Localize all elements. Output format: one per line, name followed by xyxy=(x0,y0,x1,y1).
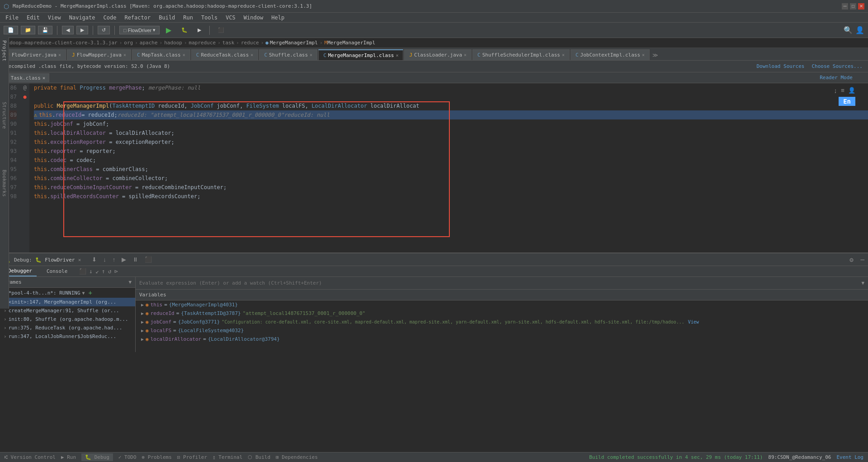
expand-this-icon[interactable]: ▶ xyxy=(141,302,144,307)
debug-thread[interactable]: ▶ *pool-4-th...n*: RUNNING ▼ + xyxy=(0,288,135,298)
expression-input[interactable] xyxy=(139,280,858,286)
pause-button[interactable]: ⏸ xyxy=(131,255,140,264)
resume-button[interactable]: ▶ xyxy=(120,255,128,264)
language-indicator[interactable]: En xyxy=(839,97,855,106)
download-sources-link[interactable]: Download Sources xyxy=(756,63,804,69)
tab-maptask[interactable]: C MapTask.class × xyxy=(132,49,190,60)
var-this[interactable]: ▶ ◉ this = {MergeManagerImpl@4031} xyxy=(136,300,868,309)
reader-mode-label[interactable]: Reader Mode xyxy=(820,75,866,81)
var-localFS[interactable]: ▶ ◉ localFS = {LocalFileSystem@4032} xyxy=(136,326,868,335)
tab-shuffle[interactable]: C Shuffle.class × xyxy=(259,49,317,60)
maximize-button[interactable]: □ xyxy=(850,3,856,10)
breadcrumb-task[interactable]: task xyxy=(222,40,235,46)
menu-window[interactable]: Window xyxy=(240,14,267,22)
menu-navigate[interactable]: Navigate xyxy=(66,14,99,22)
breadcrumb-class1[interactable]: MergeManagerImpl xyxy=(270,40,318,46)
breadcrumb-jar[interactable]: hadoop-mapreduce-client-core-3.1.3.jar xyxy=(4,40,118,46)
expand-localDirAllocator-icon[interactable]: ▶ xyxy=(141,337,144,342)
menu-code[interactable]: Code xyxy=(100,14,120,22)
debug-flow-driver-label[interactable]: FlowDriver xyxy=(45,257,75,263)
new-file-button[interactable]: 📄 xyxy=(4,26,18,34)
menu-build[interactable]: Build xyxy=(155,14,179,22)
step4-icon[interactable]: ↑ xyxy=(102,268,105,275)
var-jobConf[interactable]: ▶ ◉ jobConf = {JobConf@3771} "Configurat… xyxy=(136,318,868,326)
tab-jobcontext[interactable]: C JobContextImpl.class × xyxy=(571,49,650,60)
status-profiler[interactable]: ⊡ Profiler xyxy=(177,454,207,460)
close-button[interactable]: ✕ xyxy=(858,3,864,10)
expand-jobConf-icon[interactable]: ▶ xyxy=(141,319,144,324)
frame-item-3[interactable]: › run:375, ReduceTask (org.apache.had... xyxy=(0,324,135,332)
tab-shuffle-close[interactable]: × xyxy=(310,52,312,57)
menu-view[interactable]: View xyxy=(44,14,65,22)
run-config-dropdown[interactable]: □ FlowDriver ▾ xyxy=(119,26,160,34)
sidebar-structure-label[interactable]: Structure xyxy=(0,100,8,130)
choose-sources-link[interactable]: Choose Sources... xyxy=(811,63,863,69)
tab-flowmapper-close[interactable]: × xyxy=(123,52,126,57)
menu-edit[interactable]: Edit xyxy=(23,14,43,22)
more-tabs-icon[interactable]: ≫ xyxy=(651,50,660,60)
add-watch-button[interactable]: + xyxy=(89,289,92,296)
menu-refactor[interactable]: Refactor xyxy=(121,14,154,22)
step3-icon[interactable]: ↙ xyxy=(95,268,99,275)
window-controls[interactable]: ─ □ ✕ xyxy=(842,3,864,10)
status-problems[interactable]: ⊗ Problems xyxy=(142,454,172,460)
minimize-debug-icon[interactable]: ─ xyxy=(861,256,864,263)
status-terminal[interactable]: ▯ Terminal xyxy=(212,454,242,460)
event-log-link[interactable]: Event Log xyxy=(836,454,863,460)
step-out-button[interactable]: ↑ xyxy=(111,255,118,264)
tab-flowmapper[interactable]: J FlowMapper.java × xyxy=(67,49,131,60)
search-icon-toolbar[interactable]: 🔍 xyxy=(844,26,853,34)
save-button[interactable]: 💾 xyxy=(38,26,52,34)
tab-maptask-close[interactable]: × xyxy=(183,52,185,57)
status-run[interactable]: ▶ Run xyxy=(61,454,76,460)
debug-button[interactable]: 🐛 xyxy=(178,26,191,34)
user-icon-toolbar[interactable]: 👤 xyxy=(855,26,864,34)
filter-icon[interactable]: ▼ xyxy=(128,279,132,285)
status-debug-tab[interactable]: 🐛 Debug xyxy=(81,453,113,461)
run-button[interactable]: ▶ xyxy=(162,25,175,35)
menu-run[interactable]: Run xyxy=(179,14,197,22)
expand-localFS-icon[interactable]: ▶ xyxy=(141,328,144,333)
status-build[interactable]: ⬡ Build xyxy=(248,454,270,460)
tab-reducetask[interactable]: C ReduceTask.class × xyxy=(191,49,259,60)
breadcrumb-hadoop[interactable]: hadoop xyxy=(164,40,182,46)
coverage-button[interactable]: ▶ xyxy=(194,26,205,34)
expand-reduceId-icon[interactable]: ▶ xyxy=(141,311,144,316)
status-vcs[interactable]: ⑆ Version Control xyxy=(5,454,56,460)
gear-debug-icon[interactable]: ⚙ xyxy=(849,256,853,263)
sidebar-bookmarks-label[interactable]: Bookmarks xyxy=(0,168,8,198)
back-button[interactable]: ◀ xyxy=(62,26,74,34)
menu-tools[interactable]: Tools xyxy=(198,14,221,22)
tab-jobcontext-close[interactable]: × xyxy=(642,52,645,57)
step-over-button[interactable]: ⬇ xyxy=(90,255,99,264)
frame-item-2[interactable]: › init:80, Shuffle (org.apache.hadoop.m.… xyxy=(0,315,135,324)
forward-button[interactable]: ▶ xyxy=(76,26,88,34)
tab-shufflescheduler[interactable]: C ShuffleSchedulerImpl.class × xyxy=(472,49,570,60)
tab-console[interactable]: Console xyxy=(42,267,72,276)
task-class-close[interactable]: × xyxy=(42,75,46,81)
open-button[interactable]: 📁 xyxy=(21,26,35,34)
tab-flowdriver[interactable]: J FlowDriver.java × xyxy=(2,49,66,60)
step1-icon[interactable]: ⬛ xyxy=(79,268,86,275)
step6-icon[interactable]: ⊳ xyxy=(114,268,118,275)
var-localDirAllocator[interactable]: ▶ ◉ localDirAllocator = {LocalDirAllocat… xyxy=(136,335,868,343)
minimize-button[interactable]: ─ xyxy=(842,3,848,10)
breadcrumb-apache[interactable]: apache xyxy=(140,40,158,46)
frame-item-4[interactable]: › run:347, LocalJobRunner$Job$Reduc... xyxy=(0,332,135,341)
breadcrumb-class2[interactable]: MergeManagerImpl xyxy=(327,40,375,46)
menu-file[interactable]: File xyxy=(2,14,22,22)
step2-icon[interactable]: ↓ xyxy=(89,268,93,275)
var-reduceId[interactable]: ▶ ◉ reduceId = {TaskAttemptID@3787} "att… xyxy=(136,309,868,318)
frame-item-1[interactable]: › createMergeManager:91, Shuffle (or... xyxy=(0,306,135,315)
tab-classloader[interactable]: J ClassLoader.java × xyxy=(404,49,472,60)
status-dependencies[interactable]: ⊞ Dependencies xyxy=(276,454,318,460)
stop-debug-button[interactable]: ⬛ xyxy=(143,255,154,264)
frame-item-0[interactable]: › <init>:147, MergeManagerImpl (org... xyxy=(0,298,135,306)
breadcrumb-reduce[interactable]: reduce xyxy=(241,40,259,46)
step-into-button[interactable]: ↓ xyxy=(101,255,108,264)
sidebar-project-label[interactable]: Project xyxy=(0,39,8,62)
breakpoint-icon-89[interactable]: ● xyxy=(23,94,26,100)
status-todo[interactable]: ✓ TODO xyxy=(118,454,137,460)
breadcrumb-org[interactable]: org xyxy=(124,40,133,46)
debug-tab-close[interactable]: × xyxy=(78,257,81,263)
